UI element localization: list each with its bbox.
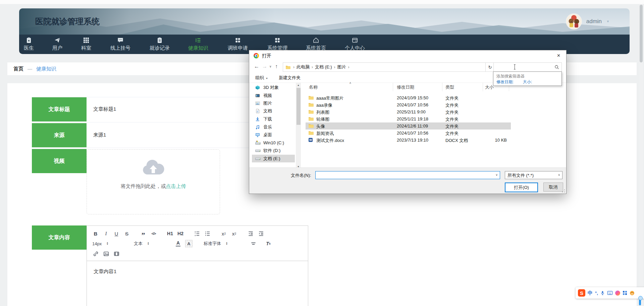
- file-row[interactable]: aaa录像2024/10/7 10:56文件夹: [306, 101, 511, 108]
- scrollbar-thumb[interactable]: [297, 88, 301, 125]
- file-row[interactable]: 轮播图2025/1/21 19:18文件夹: [306, 115, 511, 122]
- back-icon[interactable]: ←: [254, 63, 259, 69]
- keyboard-icon[interactable]: [607, 291, 613, 295]
- sidebar-item-documents[interactable]: 文档: [252, 107, 295, 115]
- breadcrumb-home[interactable]: 首页: [13, 66, 23, 72]
- nav-item-visit-records[interactable]: 就诊记录: [141, 37, 178, 53]
- refresh-icon: ↻: [488, 65, 492, 70]
- file-row[interactable]: 列表图2025/2/11 9:00文件夹: [306, 108, 511, 115]
- breadcrumb-current[interactable]: 健康知识: [36, 66, 56, 72]
- bullet-list-button[interactable]: [204, 230, 211, 237]
- underline-button[interactable]: U: [113, 230, 120, 237]
- superscript-button[interactable]: x2: [231, 230, 237, 237]
- editor-content[interactable]: 文章内容1: [87, 261, 308, 282]
- open-button[interactable]: 打开(O): [505, 183, 538, 192]
- ime-emoji-icon[interactable]: [630, 291, 635, 296]
- sidebar-item-pictures[interactable]: 图片: [252, 99, 295, 107]
- sidebar-item-downloads[interactable]: 下载: [252, 115, 295, 123]
- blockquote-button[interactable]: ”: [140, 228, 147, 239]
- highlight-color-button[interactable]: A: [185, 240, 193, 247]
- upload-cloud-icon: [87, 159, 220, 177]
- font-size-select[interactable]: 14px▲▼: [92, 241, 121, 246]
- nav-item-online-registration[interactable]: 线上挂号: [102, 37, 139, 53]
- italic-button[interactable]: I: [103, 230, 109, 237]
- resize-grip[interactable]: [562, 189, 565, 193]
- outdent-button[interactable]: [247, 230, 254, 237]
- close-icon[interactable]: ✕: [551, 50, 566, 61]
- videos-icon: [255, 93, 261, 98]
- crumb-drive-e[interactable]: 文档 (E:): [314, 64, 333, 70]
- file-row[interactable]: W 测试文件.docx2023/7/13 19:10DOCX 文档10 KB: [306, 137, 511, 144]
- microphone-icon[interactable]: [600, 291, 605, 295]
- insert-video-button[interactable]: [113, 250, 120, 257]
- dialog-titlebar[interactable]: 打开 ✕: [249, 50, 566, 61]
- align-button[interactable]: [250, 240, 257, 247]
- page-scrollbar[interactable]: [639, 4, 643, 306]
- clear-format-button[interactable]: Tx: [265, 240, 272, 247]
- file-row[interactable]: aaaa常用图片2024/10/9 15:50文件夹: [306, 94, 511, 101]
- sogou-logo-icon[interactable]: S: [578, 289, 585, 297]
- link-button[interactable]: [92, 250, 99, 257]
- strikethrough-button[interactable]: S: [123, 230, 130, 237]
- page-scrollbar-thumb[interactable]: [640, 5, 643, 62]
- user-menu[interactable]: admin ▼: [566, 11, 609, 32]
- column-type[interactable]: 类型: [445, 84, 454, 90]
- new-folder-button[interactable]: 新建文件夹: [279, 75, 301, 81]
- updown-caret-icon: ▲▼: [147, 242, 149, 245]
- scroll-up-icon[interactable]: ▲: [296, 83, 301, 87]
- history-chevron-icon[interactable]: ∨: [269, 65, 272, 68]
- paragraph-style-select[interactable]: 文本▲▼: [134, 241, 163, 247]
- column-name[interactable]: 名称: [309, 84, 318, 90]
- source-input[interactable]: 来源1: [93, 132, 106, 138]
- organize-button[interactable]: 组织▼: [255, 75, 268, 81]
- sidebar-item-drive-e[interactable]: 文档 (E:): [252, 155, 295, 162]
- upload-click-link[interactable]: 点击上传: [166, 183, 186, 189]
- search-input[interactable]: [493, 62, 562, 72]
- insert-image-button[interactable]: [103, 250, 109, 257]
- indent-button[interactable]: [258, 230, 264, 237]
- subscript-button[interactable]: x2: [220, 230, 227, 237]
- up-icon[interactable]: ↑: [275, 63, 278, 69]
- nav-item-health-knowledge[interactable]: 健康知识: [180, 37, 217, 53]
- page-title: 医院就诊管理系统: [35, 8, 100, 35]
- editor-toolbar: B I U S ” </> H1 H2 x2 x2: [87, 226, 308, 261]
- sidebar-item-desktop[interactable]: 桌面: [252, 131, 295, 139]
- sidebar-item-drive-c[interactable]: Win10 (C:): [252, 139, 295, 147]
- sidebar-item-music[interactable]: 音乐: [252, 123, 295, 131]
- ordered-list-button[interactable]: [194, 230, 200, 237]
- sidebar-item-videos[interactable]: 视频: [252, 92, 295, 99]
- crumb-this-pc[interactable]: 此电脑: [295, 64, 311, 70]
- file-row[interactable]: 新闻资讯2024/10/7 10:56文件夹: [306, 130, 511, 137]
- forward-icon[interactable]: →: [262, 63, 267, 69]
- video-upload-dropzone[interactable]: 将文件拖到此处，或点击上传: [87, 149, 220, 214]
- avatar[interactable]: [566, 14, 582, 29]
- nav-item-department[interactable]: 科室: [68, 37, 105, 53]
- filename-input[interactable]: ∨: [315, 171, 500, 179]
- filename-dropdown-icon[interactable]: ∨: [495, 173, 498, 176]
- ime-mode-toggle[interactable]: 中: [588, 290, 593, 296]
- column-date[interactable]: 修改日期: [397, 84, 414, 90]
- filter-size-link[interactable]: 大小:: [523, 79, 532, 85]
- capture-widget[interactable]: [638, 296, 642, 305]
- heading2-button[interactable]: H2: [177, 230, 184, 237]
- text-color-button[interactable]: A: [175, 240, 181, 247]
- filter-date-link[interactable]: 修改日期:: [496, 79, 514, 85]
- user-dropdown-caret-icon[interactable]: ▼: [606, 20, 609, 23]
- article-title-input[interactable]: 文章标题1: [93, 106, 116, 112]
- sidebar-scrollbar[interactable]: ▲ ▼: [296, 83, 301, 169]
- address-bar[interactable]: › 此电脑 › 文档 (E:) › 图片 › ∨: [283, 62, 493, 72]
- column-size[interactable]: 大小: [485, 84, 494, 90]
- ime-punctuation-toggle[interactable]: °,: [595, 291, 598, 296]
- crumb-pictures[interactable]: 图片: [336, 64, 347, 70]
- heading1-button[interactable]: H1: [167, 230, 173, 237]
- font-family-select[interactable]: 标准字体▲▼: [204, 241, 240, 247]
- filetype-select[interactable]: 所有文件 (*.*) ∨: [505, 171, 562, 179]
- sidebar-item-3d-objects[interactable]: 3D 对象: [252, 84, 295, 91]
- sidebar-item-drive-d[interactable]: 软件 (D:): [252, 147, 295, 154]
- ime-skin-icon[interactable]: [615, 291, 620, 296]
- ime-toolbox-icon[interactable]: [623, 291, 627, 295]
- code-block-button[interactable]: </>: [150, 230, 157, 237]
- bold-button[interactable]: B: [92, 230, 99, 237]
- file-row-selected[interactable]: 头像2024/12/6 11:09文件夹: [306, 122, 511, 130]
- cancel-button[interactable]: 取消: [543, 183, 563, 192]
